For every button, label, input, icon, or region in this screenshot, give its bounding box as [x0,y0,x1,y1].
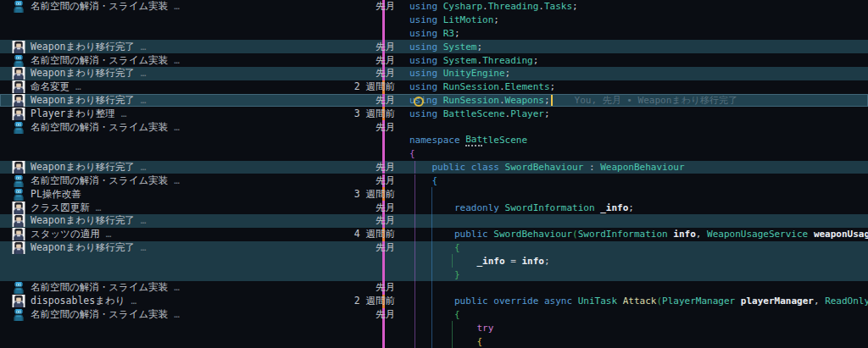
dark-avatar-icon [12,108,25,120]
code-token: using [409,1,443,12]
indent-guide [415,187,415,201]
code-line[interactable]: _info = info; [409,254,550,268]
code-line[interactable]: public SwordBehaviour(SwordInformation i… [409,228,868,241]
blame-annotation[interactable]: 名前空間の解消・スライム実装…先月 [0,120,398,134]
code-token: WeaponUsageService [707,229,814,240]
blame-annotation[interactable]: Playerまわり整理…3 週間前 [0,107,398,120]
code-line[interactable]: using Cysharp.Threading.Tasks; [409,0,578,14]
code-line[interactable]: public override async UniTask Attack(Pla… [409,295,868,308]
blame-annotation[interactable]: スタッツの適用…4 週間前 [0,228,398,241]
editor-line[interactable]: Playerまわり整理…3 週間前using BattleScene.Playe… [0,107,868,120]
editor-line[interactable]: PL操作改善3 週間前 [0,187,868,201]
code-line[interactable]: using UnityEngine; [409,67,510,80]
code-line[interactable]: using System.Threading; [409,53,538,67]
code-line[interactable]: { [409,308,460,322]
blame-annotation[interactable]: disposablesまわり…2 週間前 [0,295,398,308]
code-token: async [544,296,578,307]
code-token: BattleScene [443,108,505,119]
code-line[interactable]: { [409,241,460,255]
editor-line[interactable]: 命名変更…2 週間前using RunSession.Elements; [0,80,868,94]
blame-annotation[interactable]: 名前空間の解消・スライム実装…先月 [0,53,398,67]
code-token [409,162,432,173]
editor-line[interactable]: 名前空間の解消・スライム実装…先月using Cysharp.Threading… [0,0,868,14]
dark-avatar-icon [12,67,25,80]
blame-annotation[interactable]: 名前空間の解消・スライム実装…先月 [0,308,398,322]
commit-date: 先月 [376,281,398,294]
editor-line[interactable]: Weaponまわり移行完了…先月 public class SwordBehav… [0,161,868,174]
code-line[interactable]: { [409,174,437,188]
editor-line[interactable]: } [0,268,868,281]
blame-annotation[interactable]: 命名変更…2 週間前 [0,80,398,94]
editor-line[interactable]: 名前空間の解消・スライム実装…先月using System.Threading; [0,53,868,67]
blame-annotation[interactable]: PL操作改善3 週間前 [0,187,398,201]
editor-line[interactable]: クラス図更新…先月 readonly SwordInformation _inf… [0,201,868,214]
code-token: } [454,269,460,280]
code-line[interactable]: { [409,334,482,348]
commit-message: Weaponまわり移行完了 [31,94,135,107]
editor-line[interactable]: Weaponまわり移行完了…先月using RunSession.Weapons… [0,94,868,108]
dark-avatar-icon [12,214,25,227]
blue-avatar-icon [12,121,25,134]
code-token [409,296,454,307]
editor-line[interactable]: 名前空間の解消・スライム実装…先月 { [0,308,868,322]
code-line[interactable]: } [409,268,460,281]
blame-annotation[interactable]: Weaponまわり移行完了…先月 [0,214,398,228]
blame-annotation[interactable]: クラス図更新…先月 [0,201,398,214]
code-line[interactable]: using R3; [409,27,460,41]
code-token: . [499,81,505,92]
editor-line[interactable]: Weaponまわり移行完了…先月 { [0,241,868,255]
editor-line[interactable]: Weaponまわり移行完了…先月using System; [0,40,868,53]
editor-line[interactable]: 名前空間の解消・スライム実装…先月 [0,120,868,134]
editor-line[interactable]: try [0,321,868,334]
dark-avatar-icon [12,94,25,107]
editor-line[interactable]: _info = info; [0,254,868,268]
blame-annotation[interactable]: Weaponまわり移行完了…先月 [0,67,398,80]
blame-annotation[interactable]: Weaponまわり移行完了…先月 [0,161,398,174]
code-token: SwordBehaviour [493,229,572,240]
editor-line[interactable]: using LitMotion; [0,14,868,27]
editor-line[interactable]: スタッツの適用…4 週間前 public SwordBehaviour(Swor… [0,228,868,241]
commit-message: 名前空間の解消・スライム実装 [31,174,168,187]
blue-avatar-icon [12,188,25,201]
blame-annotation[interactable]: 名前空間の解消・スライム実装…先月 [0,281,398,295]
editor-line[interactable]: { [0,334,868,348]
code-line[interactable]: namespace BattleScene [409,134,527,147]
commit-message: PL操作改善 [31,188,81,201]
lightbulb-code-action-icon[interactable] [414,97,424,107]
code-line[interactable]: readonly SwordInformation _info; [409,201,634,214]
editor-line[interactable]: 名前空間の解消・スライム実装…先月 [0,281,868,295]
code-line[interactable]: using RunSession.Elements; [409,80,555,94]
blame-annotation[interactable]: Weaponまわり移行完了…先月 [0,94,398,108]
code-token [409,256,476,267]
code-token [409,175,432,186]
code-token: ; [572,1,578,12]
code-token: info [673,229,696,240]
commit-message: Weaponまわり移行完了 [31,214,135,227]
code-line[interactable]: using System; [409,40,482,53]
editor-line[interactable]: 名前空間の解消・スライム実装…先月 { [0,174,868,188]
editor-line[interactable]: namespace BattleScene [0,134,868,147]
blame-annotation[interactable]: 名前空間の解消・スライム実装…先月 [0,174,398,188]
commit-date: 先月 [376,174,398,187]
editor-line[interactable]: { [0,147,868,161]
blame-annotation[interactable]: 名前空間の解消・スライム実装…先月 [0,0,398,14]
blame-annotation[interactable]: Weaponまわり移行完了…先月 [0,40,398,53]
code-token: Bat [465,134,482,146]
blame-annotation[interactable]: Weaponまわり移行完了…先月 [0,241,398,255]
editor-line[interactable]: disposablesまわり…2 週間前 public override asy… [0,295,868,308]
code-line[interactable]: using RunSession.Weapons;You, 先月 • Weapo… [409,94,737,108]
editor-line[interactable]: Weaponまわり移行完了…先月 [0,214,868,228]
code-line[interactable]: using BattleScene.Player; [409,107,550,120]
code-line[interactable]: { [409,147,415,161]
commit-message-ellipsis: … [141,68,147,79]
commit-message-ellipsis: … [174,1,180,12]
code-line[interactable]: try [409,321,493,334]
commit-message: disposablesまわり [31,295,125,307]
code-token: Player [510,108,544,119]
editor-line[interactable]: using R3; [0,27,868,41]
indent-guide [415,214,415,228]
code-line[interactable]: using LitMotion; [409,14,499,27]
editor-line[interactable]: Weaponまわり移行完了…先月using UnityEngine; [0,67,868,80]
code-line[interactable]: public class SwordBehaviour : WeaponBeha… [409,161,685,174]
code-token: . [477,55,483,66]
